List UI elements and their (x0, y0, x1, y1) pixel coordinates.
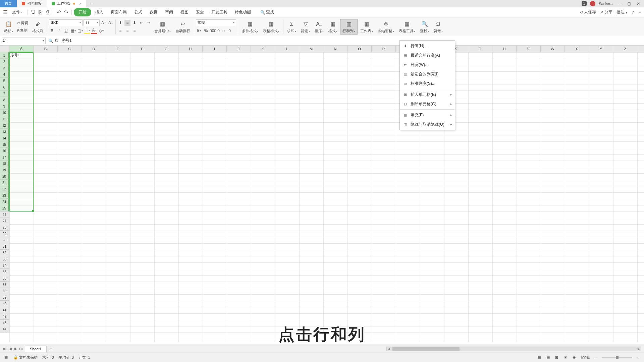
tab-template[interactable]: 稻壳模板 (17, 0, 47, 7)
col-header-X[interactable]: X (565, 46, 589, 52)
italic-icon[interactable]: I (56, 28, 62, 34)
share-button[interactable]: ↗ 分享 (600, 9, 612, 15)
tab-close-icon[interactable]: × (79, 1, 82, 6)
row-header-28[interactable]: 28 (0, 224, 9, 231)
row-header-18[interactable]: 18 (0, 161, 9, 167)
menu-data[interactable]: 数据 (146, 8, 161, 16)
symbol-label[interactable]: 符号▾ (434, 28, 443, 34)
decrease-font-icon[interactable]: A↓ (108, 20, 114, 26)
dd-best-row[interactable]: ▤最适合的行高(A) (400, 51, 455, 60)
decimal-decrease-icon[interactable]: ←.0 (224, 28, 230, 34)
view-breaks-icon[interactable]: ⊞ (554, 355, 559, 360)
col-header-B[interactable]: B (34, 46, 58, 52)
percent-icon[interactable]: % (203, 28, 209, 34)
align-center-icon[interactable]: ≡ (124, 28, 130, 34)
row-header-6[interactable]: 6 (0, 84, 9, 90)
row-header-38[interactable]: 38 (0, 288, 9, 294)
row-header-33[interactable]: 33 (0, 256, 9, 262)
row-header-37[interactable]: 37 (0, 282, 9, 288)
find-icon[interactable]: 🔍 (421, 20, 429, 28)
sheet-nav-next-icon[interactable]: ▶ (13, 347, 18, 351)
hamburger-icon[interactable]: ☰ (2, 9, 9, 16)
formula-search-icon[interactable]: 🔍 (48, 38, 54, 44)
sum-icon[interactable]: Σ (288, 20, 296, 28)
redo-icon[interactable]: ↷ (63, 9, 69, 16)
row-header-21[interactable]: 21 (0, 180, 9, 186)
row-header-29[interactable]: 29 (0, 231, 9, 237)
row-col-group[interactable]: ▥ 行和列▾ (340, 19, 358, 35)
row-header-34[interactable]: 34 (0, 262, 9, 269)
clear-format-icon[interactable]: ◇▾ (98, 28, 104, 34)
sheet-nav-first-icon[interactable]: ⏮ (3, 347, 7, 351)
row-header-17[interactable]: 17 (0, 154, 9, 161)
print-preview-icon[interactable]: ⎘ (37, 9, 44, 16)
cells-area[interactable]: 序号1 (9, 52, 644, 342)
dd-col-width[interactable]: ⬌列宽(W)... (400, 60, 455, 69)
sum-label[interactable]: 求和▾ (287, 28, 296, 34)
dd-fill[interactable]: ▦填充(F)▸ (400, 110, 455, 120)
horizontal-scrollbar[interactable]: ◀ ▶ (386, 347, 641, 351)
menu-special[interactable]: 特色功能 (231, 8, 254, 16)
col-header-P[interactable]: P (372, 46, 396, 52)
row-header-19[interactable]: 19 (0, 167, 9, 173)
username-label[interactable]: Sadisn... (599, 2, 613, 6)
row-header-42[interactable]: 42 (0, 313, 9, 320)
cell-a1[interactable]: 序号1 (9, 52, 34, 59)
row-header-5[interactable]: 5 (0, 78, 9, 84)
row-header-22[interactable]: 22 (0, 186, 9, 192)
tab-add-button[interactable]: + (86, 1, 96, 6)
font-color-icon[interactable]: A▾ (91, 28, 97, 34)
cell-style-icon[interactable]: ▢▾ (77, 28, 83, 34)
row-header-7[interactable]: 7 (0, 90, 9, 97)
col-header-H[interactable]: H (178, 46, 203, 52)
fx-icon[interactable]: fx (55, 38, 58, 44)
col-header-J[interactable]: J (227, 46, 251, 52)
help-icon[interactable]: ? (632, 10, 634, 15)
menu-devtools[interactable]: 开发工具 (208, 8, 231, 16)
row-header-13[interactable]: 13 (0, 129, 9, 135)
align-middle-icon[interactable]: ≡ (124, 20, 130, 26)
table-tools-icon[interactable]: ▦ (403, 20, 411, 28)
row-header-27[interactable]: 27 (0, 218, 9, 224)
table-style-label[interactable]: 表格样式▾ (263, 28, 279, 34)
format-cells-icon[interactable]: ▦ (329, 20, 337, 28)
row-header-1[interactable]: 1 (0, 52, 9, 59)
col-header-Z[interactable]: Z (613, 46, 637, 52)
notification-badge[interactable]: 1 (582, 1, 587, 6)
row-header-11[interactable]: 11 (0, 116, 9, 122)
font-select[interactable]: 宋体▾ (49, 19, 83, 26)
sheet-nav-prev-icon[interactable]: ◀ (8, 347, 13, 351)
sort-label[interactable]: 排序▾ (315, 28, 324, 34)
row-header-31[interactable]: 31 (0, 243, 9, 250)
freeze-icon[interactable]: ❄ (382, 20, 390, 28)
col-header-V[interactable]: V (517, 46, 541, 52)
menu-review[interactable]: 审阅 (162, 8, 176, 16)
formula-input[interactable]: 序号1 (60, 38, 642, 44)
align-right-icon[interactable]: ≡ (131, 28, 138, 34)
collapse-ribbon-icon[interactable]: ︿ (638, 9, 642, 15)
col-header-I[interactable]: I (203, 46, 227, 52)
table-tools-label[interactable]: 表格工具▾ (399, 28, 415, 34)
paste-icon[interactable]: 📋 (5, 20, 13, 28)
row-header-40[interactable]: 40 (0, 301, 9, 307)
row-header-16[interactable]: 16 (0, 148, 9, 154)
indent-increase-icon[interactable]: ⇥ (146, 20, 152, 26)
tab-workbook[interactable]: 工作簿1 × (47, 0, 86, 7)
print-icon[interactable]: ⎙ (44, 9, 51, 16)
col-header-K[interactable]: K (251, 46, 275, 52)
scroll-thumb[interactable] (392, 347, 460, 351)
align-left-icon[interactable]: ≡ (117, 28, 123, 34)
row-header-26[interactable]: 26 (0, 212, 9, 218)
col-header-E[interactable]: E (106, 46, 130, 52)
find-label[interactable]: 查找▾ (420, 28, 429, 34)
close-button[interactable]: ✕ (635, 1, 641, 7)
col-header-L[interactable]: L (275, 46, 299, 52)
merge-label[interactable]: 合并居中▾ (154, 28, 171, 34)
unsaved-indicator[interactable]: ⟲ 未保存 (580, 9, 596, 15)
zoom-level[interactable]: 100% (580, 356, 590, 360)
view-normal-icon[interactable]: ▦ (537, 355, 542, 360)
col-header-U[interactable]: U (492, 46, 517, 52)
reading-mode-icon[interactable]: ☀ (563, 355, 568, 360)
col-header-M[interactable]: M (299, 46, 323, 52)
col-header-T[interactable]: T (468, 46, 492, 52)
